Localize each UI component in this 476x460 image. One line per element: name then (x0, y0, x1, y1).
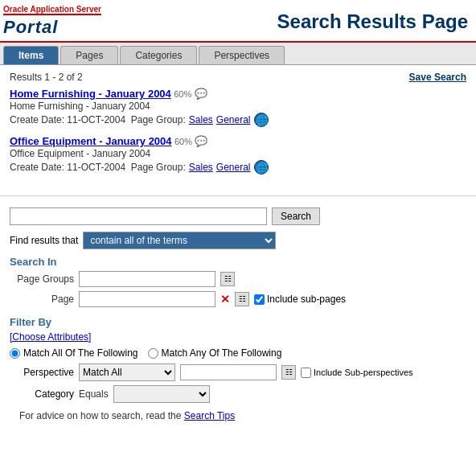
search-button[interactable]: Search (272, 207, 320, 225)
result-sales-link-2[interactable]: Sales (189, 162, 213, 173)
result-title-1: Home Furnishing - January 2004 60% 💬 (10, 88, 466, 100)
result-general-link-2[interactable]: General (216, 162, 251, 173)
results-count: Results 1 - 2 of 2 (10, 72, 83, 83)
result-link-1[interactable]: Home Furnishing - January 2004 (10, 88, 171, 100)
tabs-bar: Items Pages Categories Perspectives (0, 43, 476, 65)
category-label: Category (10, 388, 74, 400)
search-input[interactable] (10, 207, 267, 225)
result-sales-link-1[interactable]: Sales (189, 114, 213, 125)
header: Oracle Application Server Portal Search … (0, 0, 476, 43)
search-in-section: Search In Page Groups ☷ Page ✕ ☷ Include… (10, 256, 466, 307)
page-browse-icon[interactable]: ☷ (235, 292, 249, 306)
logo-top: Oracle Application Server (3, 5, 101, 14)
globe-icon-2[interactable] (254, 160, 269, 175)
perspective-select[interactable]: Match All (79, 363, 175, 381)
result-title-2: Office Equipment - January 2004 60% 💬 (10, 135, 466, 147)
search-row: Search (10, 207, 466, 225)
page-title: Search Results Page (277, 10, 468, 33)
match-any-radio[interactable] (148, 348, 158, 359)
logo-bottom: Portal (3, 14, 101, 38)
speech-icon-2: 💬 (195, 135, 207, 147)
results-header: Results 1 - 2 of 2 Save Search (10, 72, 466, 83)
perspective-label: Perspective (10, 367, 74, 378)
category-equals: Equals (79, 388, 109, 400)
include-subperspectives-label: Include Sub-perspectives (301, 368, 413, 378)
result-desc-2: Office Equipment - January 2004 (10, 148, 466, 159)
page-row: Page ✕ ☷ Include sub-pages (10, 291, 466, 307)
perspective-input[interactable] (180, 364, 277, 380)
page-groups-row: Page Groups ☷ (10, 271, 466, 287)
tab-pages[interactable]: Pages (60, 46, 118, 64)
tab-categories[interactable]: Categories (120, 46, 197, 64)
find-select[interactable]: contain all of the terms contain any of … (83, 232, 276, 249)
tab-items[interactable]: Items (3, 46, 59, 64)
filter-section: Filter By [Choose Attributes] Match All … (0, 316, 476, 429)
tab-perspectives[interactable]: Perspectives (199, 46, 285, 64)
category-select[interactable] (113, 385, 210, 403)
filter-by-title: Filter By (10, 316, 466, 328)
include-subperspectives-checkbox[interactable] (301, 368, 311, 378)
category-row: Category Equals (10, 385, 466, 403)
match-all-label: Match All Of The Following (23, 347, 138, 359)
logo-area: Oracle Application Server Portal (3, 5, 101, 38)
page-input[interactable] (79, 291, 215, 307)
result-meta-1: Create Date: 11-OCT-2004 Page Group: Sal… (10, 113, 466, 127)
result-meta-2: Create Date: 11-OCT-2004 Page Group: Sal… (10, 160, 466, 175)
include-subpages-label: Include sub-pages (254, 294, 346, 305)
find-results-row: Find results that contain all of the ter… (10, 232, 466, 249)
result-percent-1: 60% (174, 89, 191, 99)
result-desc-1: Home Furnishing - January 2004 (10, 101, 466, 112)
find-label: Find results that (10, 235, 78, 246)
page-clear-icon[interactable]: ✕ (220, 293, 230, 306)
result-link-2[interactable]: Office Equipment - January 2004 (10, 135, 172, 147)
speech-icon-1: 💬 (195, 88, 207, 100)
search-tips: For advice on how to search, read the Se… (10, 407, 466, 425)
divider (0, 195, 476, 196)
match-row: Match All Of The Following Match Any Of … (10, 347, 466, 359)
match-any-group: Match Any Of The Following (148, 347, 282, 359)
result-general-link-1[interactable]: General (216, 114, 251, 125)
search-in-title: Search In (10, 256, 466, 268)
page-label: Page (10, 294, 74, 305)
search-form: Search Find results that contain all of … (0, 203, 476, 316)
choose-attributes-link[interactable]: [Choose Attributes] (10, 331, 91, 343)
match-any-label: Match Any Of The Following (162, 347, 282, 359)
page-groups-input[interactable] (79, 271, 215, 287)
include-subpages-checkbox[interactable] (254, 294, 265, 305)
save-search-link[interactable]: Save Search (409, 72, 466, 83)
page-groups-label: Page Groups (10, 273, 74, 285)
match-all-radio[interactable] (10, 348, 20, 359)
match-all-group: Match All Of The Following (10, 347, 138, 359)
result-percent-2: 60% (174, 137, 192, 146)
page-groups-browse-icon[interactable]: ☷ (220, 272, 235, 286)
results-area: Results 1 - 2 of 2 Save Search Home Furn… (0, 65, 476, 189)
result-item-2: Office Equipment - January 2004 60% 💬 Of… (10, 135, 466, 175)
search-tips-link[interactable]: Search Tips (184, 410, 235, 421)
perspective-browse-icon[interactable]: ☷ (281, 365, 296, 380)
globe-icon-1[interactable] (254, 113, 269, 127)
result-item-1: Home Furnishing - January 2004 60% 💬 Hom… (10, 88, 466, 127)
perspective-row: Perspective Match All ☷ Include Sub-pers… (10, 363, 466, 381)
